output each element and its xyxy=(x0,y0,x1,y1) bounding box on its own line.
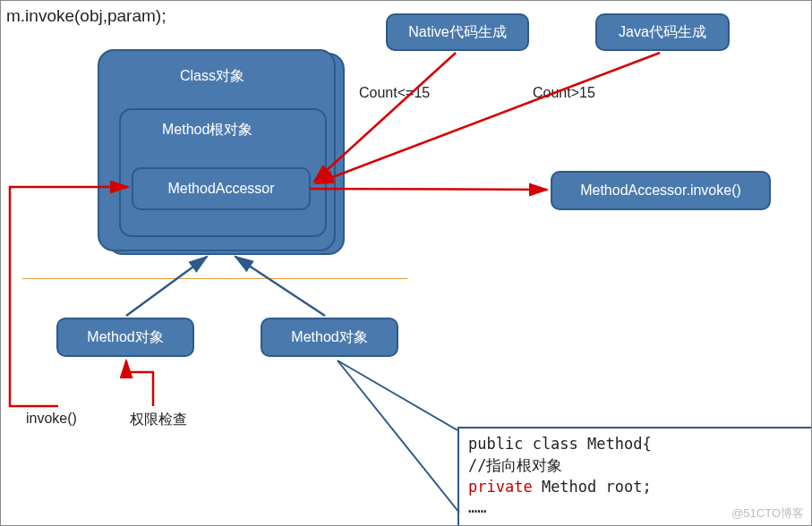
svg-line-2 xyxy=(316,53,660,183)
accessor-invoke-label: MethodAccessor.invoke() xyxy=(580,182,741,199)
native-gen-label: Native代码生成 xyxy=(408,23,506,42)
method-obj-2: Method对象 xyxy=(261,318,398,357)
code-kw-private: private xyxy=(468,478,533,496)
divider xyxy=(22,278,407,279)
svg-line-4 xyxy=(235,257,325,316)
java-gen-box: Java代码生成 xyxy=(595,13,730,51)
code-line-3-rest: Method root; xyxy=(533,478,652,496)
native-gen-box: Native代码生成 xyxy=(386,13,529,51)
method-accessor-label: MethodAccessor xyxy=(167,181,274,197)
perm-check-label: 权限检查 xyxy=(130,411,187,429)
method-obj-1-label: Method对象 xyxy=(87,328,163,347)
method-obj-1: Method对象 xyxy=(56,318,194,357)
accessor-invoke-box: MethodAccessor.invoke() xyxy=(551,171,771,210)
java-gen-label: Java代码生成 xyxy=(619,23,706,42)
method-obj-2-label: Method对象 xyxy=(291,328,367,347)
code-line-2: //指向根对象 xyxy=(468,455,807,477)
count-gt15-label: Count>15 xyxy=(533,85,595,101)
invoke-label: invoke() xyxy=(26,411,77,427)
code-line-3: private Method root; xyxy=(468,477,807,498)
method-accessor-box: MethodAccessor xyxy=(132,167,311,210)
svg-line-6 xyxy=(338,361,459,513)
count-le15-label: Count<=15 xyxy=(359,85,430,101)
class-box-label: Class对象 xyxy=(180,67,244,86)
svg-line-3 xyxy=(126,257,207,316)
page-title: m.invoke(obj,param); xyxy=(6,6,166,26)
svg-line-5 xyxy=(338,361,457,430)
watermark: @51CTO博客 xyxy=(731,505,804,522)
code-line-1: public class Method{ xyxy=(468,434,807,455)
method-root-label: Method根对象 xyxy=(162,121,252,140)
diagram-canvas: m.invoke(obj,param); Class对象 Method根对象 M… xyxy=(0,0,812,526)
